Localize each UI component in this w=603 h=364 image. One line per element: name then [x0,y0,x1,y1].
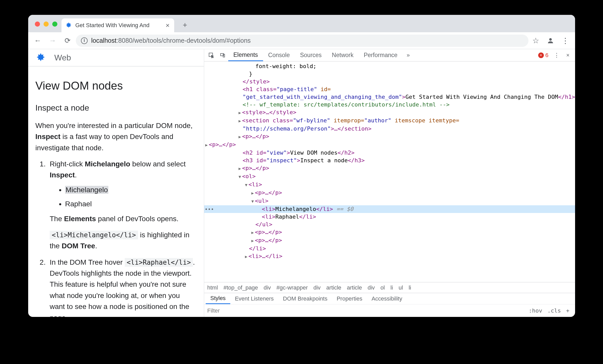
error-icon: × [538,52,544,58]
bookmark-star-icon[interactable]: ☆ [531,36,541,46]
devtools-panel: Elements Console Sources Network Perform… [204,49,575,317]
browser-window: Get Started With Viewing And × + ← → ⟳ i… [28,15,575,317]
tab-performance[interactable]: Performance [359,49,403,61]
new-tab-button[interactable]: + [179,19,191,31]
styles-tabbar: Styles Event Listeners DOM Breakpoints P… [204,293,575,304]
device-toolbar-icon[interactable] [217,50,228,61]
devtools-close-icon[interactable]: × [562,50,574,61]
crumb[interactable]: article [326,284,341,291]
site-logo-icon [35,52,46,63]
browser-tab[interactable]: Get Started With Viewing And × [61,18,174,32]
new-style-rule-icon[interactable]: + [564,307,572,314]
page-header: Web [28,49,204,66]
tab-title: Get Started With Viewing And [75,22,162,29]
demo-list-item[interactable]: Raphael [65,198,197,209]
devtools-menu-icon[interactable]: ⋮ [551,50,562,61]
hov-toggle[interactable]: :hov [526,307,545,314]
demo-list: Michelangelo Raphael [50,184,197,210]
subsection-heading: Inspect a node [35,102,197,114]
crumb[interactable]: ol [380,284,385,291]
crumb[interactable]: html [207,284,218,291]
more-tabs-icon[interactable]: » [403,50,414,61]
main-content: Web View DOM nodes Inspect a node When y… [28,49,575,317]
crumb[interactable]: ul [399,284,403,291]
window-controls [32,22,61,32]
demo-list-item[interactable]: Michelangelo [65,184,197,195]
sub-tab-dom-breakpoints[interactable]: DOM Breakpoints [278,293,332,304]
crumb[interactable]: div [314,284,321,291]
tab-elements[interactable]: Elements [228,49,263,61]
forward-button[interactable]: → [46,34,59,47]
cls-toggle[interactable]: .cls [545,307,564,314]
favicon-icon [65,22,72,29]
dom-breadcrumb[interactable]: html #top_of_page div #gc-wrapper div ar… [204,282,575,293]
address-bar[interactable]: i localhost:8080/web/tools/chrome-devtoo… [76,35,528,47]
step-note: The Elements panel of DevTools opens. [50,213,197,224]
error-badge[interactable]: × 6 [536,52,551,59]
tab-close-button[interactable]: × [165,22,171,29]
step-note: <li>Michelangelo</li> is highlighted in … [50,229,197,252]
tab-strip: Get Started With Viewing And × + [28,15,575,32]
step-item: In the DOM Tree hover <li>Raphael</li>. … [48,257,197,317]
site-info-icon[interactable]: i [81,37,88,44]
sub-tab-styles[interactable]: Styles [206,293,230,304]
dom-tree[interactable]: font-weight: bold; } </style> <h1 class=… [204,61,575,282]
selection-dots-icon: ••• [205,205,214,213]
styles-filter-bar: :hov .cls + [204,304,575,317]
sub-tab-event-listeners[interactable]: Event Listeners [230,293,278,304]
steps-list: Right-click Michelangelo below and selec… [35,158,197,317]
crumb[interactable]: div [264,284,271,291]
browser-menu-icon[interactable]: ⋮ [560,36,570,46]
maximize-window-button[interactable] [52,22,57,27]
reload-button[interactable]: ⟳ [61,34,74,47]
tab-network[interactable]: Network [327,49,359,61]
back-button[interactable]: ← [31,34,44,47]
url-text: localhost:8080/web/tools/chrome-devtools… [91,37,251,44]
rendered-page: Web View DOM nodes Inspect a node When y… [28,49,204,317]
browser-toolbar: ← → ⟳ i localhost:8080/web/tools/chrome-… [28,32,575,49]
svg-point-0 [549,38,552,41]
step-item: Right-click Michelangelo below and selec… [48,158,197,252]
tab-sources[interactable]: Sources [295,49,327,61]
profile-icon[interactable] [545,36,556,46]
close-window-button[interactable] [35,22,40,27]
styles-filter-input[interactable] [207,307,526,314]
inspect-element-icon[interactable] [206,50,217,61]
site-brand: Web [54,53,71,62]
sub-tab-properties[interactable]: Properties [332,293,367,304]
toolbar-right: ☆ ⋮ [531,36,572,46]
crumb[interactable]: #top_of_page [224,284,258,291]
sub-tab-accessibility[interactable]: Accessibility [367,293,407,304]
crumb[interactable]: #gc-wrapper [276,284,308,291]
section-heading: View DOM nodes [35,77,197,94]
crumb[interactable]: li [409,284,411,291]
crumb[interactable]: div [368,284,375,291]
devtools-tabbar: Elements Console Sources Network Perform… [204,49,575,61]
minimize-window-button[interactable] [44,22,49,27]
article-body: View DOM nodes Inspect a node When you'r… [28,66,204,317]
crumb[interactable]: article [347,284,362,291]
intro-paragraph: When you're interested in a particular D… [35,120,197,153]
crumb[interactable]: li [390,284,393,291]
selected-dom-node[interactable]: ••• <li>Michelangelo</li> == $0 [204,205,575,213]
tab-console[interactable]: Console [263,49,295,61]
